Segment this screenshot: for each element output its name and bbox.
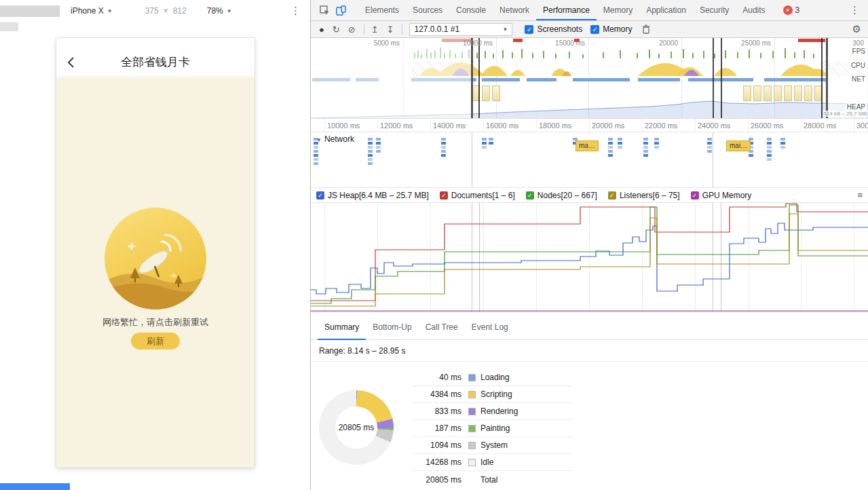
network-request-bar[interactable] xyxy=(368,146,373,149)
network-request-bar[interactable] xyxy=(767,154,772,157)
network-request-bar[interactable] xyxy=(767,150,772,153)
timeline-overview[interactable]: FPS CPU NET HEAP 514 kB – 25.7 MB 5000 m… xyxy=(311,38,868,119)
selection-handle-left[interactable] xyxy=(471,38,473,118)
network-request-bar[interactable] xyxy=(608,138,613,140)
garbage-collect-icon[interactable] xyxy=(642,24,650,34)
network-request-bar[interactable] xyxy=(654,146,659,149)
tab-network[interactable]: Network xyxy=(493,0,536,20)
network-request-bar[interactable] xyxy=(314,162,318,165)
counter-checkbox[interactable]: ✓ xyxy=(608,191,616,200)
network-request-bar[interactable] xyxy=(368,142,373,145)
detail-tab-bottom-up[interactable]: Bottom-Up xyxy=(366,320,418,339)
network-request-bar[interactable] xyxy=(618,142,622,145)
counter-toggle-documents[interactable]: ✓Documents[1 – 6] xyxy=(440,191,515,200)
network-request-bar[interactable] xyxy=(749,154,753,157)
counter-toggle-js-heap[interactable]: ✓JS Heap[6.4 MB – 25.7 MB] xyxy=(316,191,429,200)
timeline-ruler[interactable]: 10000 ms12000 ms14000 ms16000 ms18000 ms… xyxy=(311,119,868,132)
network-request-bar[interactable] xyxy=(643,142,648,145)
toggle-device-toolbar-icon[interactable] xyxy=(333,2,349,18)
detail-tab-event-log[interactable]: Event Log xyxy=(465,320,515,339)
capture-target-select[interactable]: 127.0.0.1 #1 ▼ xyxy=(409,23,512,36)
network-request-chip[interactable]: ma… xyxy=(575,140,599,151)
network-request-bar[interactable] xyxy=(482,138,487,140)
screenshot-thumbnail[interactable] xyxy=(804,86,812,101)
network-request-bar[interactable] xyxy=(643,154,648,157)
tab-audits[interactable]: Audits xyxy=(736,0,772,20)
network-request-chip[interactable]: mai… xyxy=(726,140,751,151)
network-request-bar[interactable] xyxy=(314,150,318,153)
network-request-bar[interactable] xyxy=(368,158,373,161)
tab-performance[interactable]: Performance xyxy=(536,0,597,20)
console-error-badge[interactable]: × 3 xyxy=(783,5,800,15)
network-request-bar[interactable] xyxy=(707,142,712,145)
screenshot-thumbnail[interactable] xyxy=(743,86,751,101)
network-request-bar[interactable] xyxy=(314,146,318,149)
screenshot-thumbnail[interactable] xyxy=(794,86,802,101)
network-request-bar[interactable] xyxy=(608,146,613,149)
back-button[interactable] xyxy=(64,56,78,69)
inspect-element-icon[interactable] xyxy=(316,2,333,18)
network-request-bar[interactable] xyxy=(489,142,493,145)
tab-memory[interactable]: Memory xyxy=(597,0,639,20)
network-request-bar[interactable] xyxy=(767,138,772,140)
network-request-bar[interactable] xyxy=(780,142,785,145)
counter-checkbox[interactable]: ✓ xyxy=(440,191,448,200)
screenshot-thumbnail[interactable] xyxy=(763,86,772,101)
network-request-bar[interactable] xyxy=(482,142,487,145)
tab-security[interactable]: Security xyxy=(693,0,736,20)
network-request-bar[interactable] xyxy=(376,146,381,149)
network-request-bar[interactable] xyxy=(441,146,446,149)
load-profile-button[interactable]: ↥ xyxy=(371,25,379,34)
screenshot-thumbnail[interactable] xyxy=(784,86,792,101)
network-request-bar[interactable] xyxy=(767,158,772,161)
network-track-title[interactable]: ▼Network xyxy=(316,134,354,144)
record-button[interactable]: ● xyxy=(319,25,324,34)
counter-checkbox[interactable]: ✓ xyxy=(691,191,699,200)
screenshot-thumbnail[interactable] xyxy=(492,86,500,101)
network-request-bar[interactable] xyxy=(618,138,622,140)
network-request-bar[interactable] xyxy=(654,138,659,140)
network-request-bar[interactable] xyxy=(368,138,373,140)
detail-tab-summary[interactable]: Summary xyxy=(318,320,366,340)
tab-application[interactable]: Application xyxy=(639,0,693,20)
network-request-bar[interactable] xyxy=(368,154,373,157)
network-request-bar[interactable] xyxy=(489,138,493,140)
network-request-bar[interactable] xyxy=(654,142,659,145)
clear-recording-button[interactable]: ⊘ xyxy=(348,25,356,34)
counter-checkbox[interactable]: ✓ xyxy=(316,191,324,200)
network-request-bar[interactable] xyxy=(643,150,648,153)
refresh-button[interactable]: 刷新 xyxy=(131,333,180,350)
screenshot-thumbnail[interactable] xyxy=(482,86,490,101)
network-request-bar[interactable] xyxy=(441,154,446,157)
network-request-bar[interactable] xyxy=(368,150,373,153)
counter-toggle-gpu-memory[interactable]: ✓GPU Memory xyxy=(691,191,752,200)
network-request-bar[interactable] xyxy=(707,150,712,153)
network-request-bar[interactable] xyxy=(618,146,622,149)
network-request-bar[interactable] xyxy=(767,142,772,145)
network-request-bar[interactable] xyxy=(780,146,785,149)
network-request-bar[interactable] xyxy=(441,138,446,140)
screenshots-checkbox[interactable]: ✓ Screenshots xyxy=(525,24,582,34)
network-request-bar[interactable] xyxy=(608,150,613,153)
screenshot-thumbnail[interactable] xyxy=(753,86,761,101)
viewport-height-field[interactable]: 812 xyxy=(173,6,187,16)
network-request-bar[interactable] xyxy=(482,146,487,149)
counter-checkbox[interactable]: ✓ xyxy=(526,191,534,200)
selection-handle-right[interactable] xyxy=(826,38,828,118)
network-request-bar[interactable] xyxy=(608,154,613,157)
tab-sources[interactable]: Sources xyxy=(406,0,449,20)
counter-toggle-nodes[interactable]: ✓Nodes[20 – 667] xyxy=(526,191,597,200)
network-request-bar[interactable] xyxy=(314,158,318,161)
tab-elements[interactable]: Elements xyxy=(358,0,406,20)
network-request-bar[interactable] xyxy=(376,138,381,140)
network-request-bar[interactable] xyxy=(608,142,613,145)
capture-settings-gear-icon[interactable]: ⚙ xyxy=(852,23,861,35)
network-request-bar[interactable] xyxy=(376,142,381,145)
network-request-bar[interactable] xyxy=(707,146,712,149)
viewport-width-field[interactable]: 375 xyxy=(145,6,159,16)
counter-toggle-listeners[interactable]: ✓Listeners[6 – 75] xyxy=(608,191,680,200)
zoom-select[interactable]: 78% ▼ xyxy=(207,6,232,16)
tab-console[interactable]: Console xyxy=(449,0,493,20)
network-request-bar[interactable] xyxy=(767,146,772,149)
device-select[interactable]: iPhone X ▼ xyxy=(71,6,113,16)
